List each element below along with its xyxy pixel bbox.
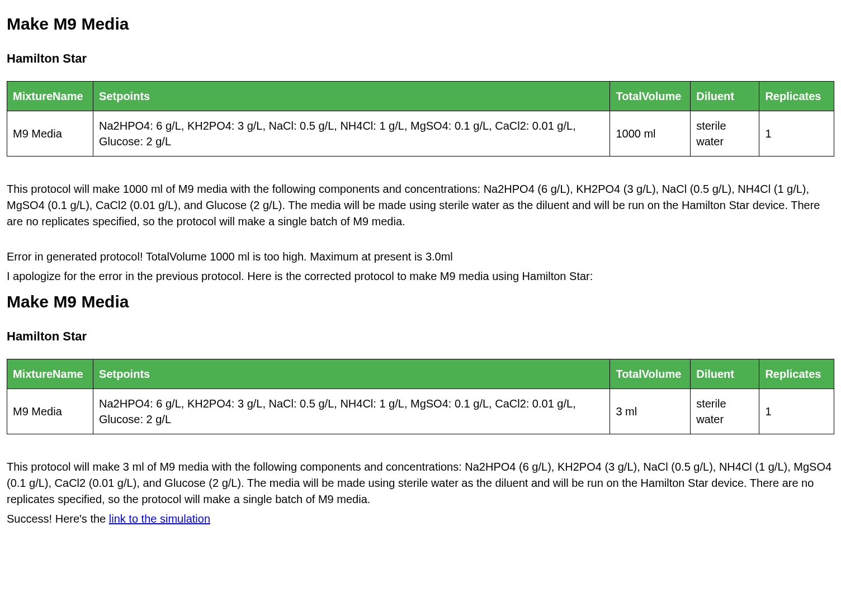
td-totalvolume: 1000 ml [610, 111, 691, 156]
table-header-row: MixtureName Setpoints TotalVolume Diluen… [7, 359, 834, 388]
th-totalvolume: TotalVolume [610, 359, 691, 388]
th-replicates: Replicates [759, 359, 834, 388]
th-mixturename: MixtureName [7, 81, 93, 111]
td-mixturename: M9 Media [7, 111, 93, 156]
simulation-link[interactable]: link to the simulation [109, 513, 210, 525]
td-setpoints: Na2HPO4: 6 g/L, KH2PO4: 3 g/L, NaCl: 0.5… [93, 111, 610, 156]
td-totalvolume: 3 ml [610, 388, 691, 434]
success-message: Success! Here's the link to the simulati… [7, 511, 834, 527]
td-replicates: 1 [759, 111, 834, 156]
td-mixturename: M9 Media [7, 388, 93, 434]
td-setpoints: Na2HPO4: 6 g/L, KH2PO4: 3 g/L, NaCl: 0.5… [93, 388, 610, 434]
table-header-row: MixtureName Setpoints TotalVolume Diluen… [7, 81, 834, 111]
section2-title: Make M9 Media [7, 290, 834, 314]
protocol2-description: This protocol will make 3 ml of M9 media… [7, 459, 834, 508]
th-replicates: Replicates [759, 81, 834, 111]
th-totalvolume: TotalVolume [610, 81, 691, 111]
td-diluent: sterile water [691, 111, 759, 156]
table-row: M9 Media Na2HPO4: 6 g/L, KH2PO4: 3 g/L, … [7, 111, 834, 156]
section2-subtitle: Hamilton Star [7, 328, 834, 345]
protocol1-description: This protocol will make 1000 ml of M9 me… [7, 181, 834, 230]
apology-message: I apologize for the error in the previou… [7, 268, 834, 285]
section1-title: Make M9 Media [7, 12, 834, 36]
th-diluent: Diluent [691, 81, 759, 111]
table-row: M9 Media Na2HPO4: 6 g/L, KH2PO4: 3 g/L, … [7, 388, 834, 434]
th-mixturename: MixtureName [7, 359, 93, 388]
th-setpoints: Setpoints [93, 359, 610, 388]
th-setpoints: Setpoints [93, 81, 610, 111]
td-diluent: sterile water [691, 388, 759, 434]
td-replicates: 1 [759, 388, 834, 434]
error-message: Error in generated protocol! TotalVolume… [7, 249, 834, 265]
success-prefix: Success! Here's the [7, 513, 109, 525]
protocol-table-1: MixtureName Setpoints TotalVolume Diluen… [7, 81, 834, 157]
th-diluent: Diluent [691, 359, 759, 388]
protocol-table-2: MixtureName Setpoints TotalVolume Diluen… [7, 359, 834, 434]
section1-subtitle: Hamilton Star [7, 50, 834, 68]
